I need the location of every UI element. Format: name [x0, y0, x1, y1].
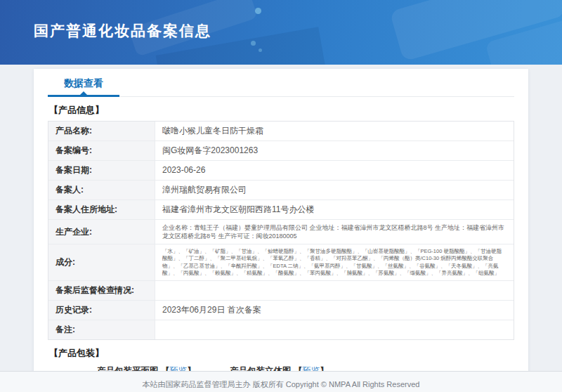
table-row: 备案人: 漳州瑞航贸易有限公司 — [48, 181, 514, 200]
page-title: 国产普通化妆品备案信息 — [34, 21, 211, 41]
main-card: 数据查看 【产品信息】 产品名称: 啵噜小猴儿童冬日防干燥霜 备案编号: 闽G妆… — [34, 69, 528, 392]
row-label-filer: 备案人: — [48, 181, 155, 200]
header-decor-dot — [251, 41, 256, 46]
section-product-info: 【产品信息】 — [49, 104, 514, 117]
tab-bar: 数据查看 — [48, 69, 514, 97]
table-row: 备案日期: 2023-06-26 — [48, 161, 514, 181]
header-decor-dot — [259, 48, 262, 52]
row-label-product-name: 产品名称: — [48, 122, 155, 141]
row-label-filing-date: 备案日期: — [48, 161, 155, 180]
page: 国产普通化妆品备案信息 数据查看 【产品信息】 产品名称: 啵噜小猴儿童冬日防干… — [0, 0, 562, 392]
table-row: 备案人住所地址: 福建省漳州市龙文区朝阳西路11号办公楼 — [48, 200, 514, 220]
row-value-supervision — [155, 281, 514, 300]
header-decor-band — [485, 15, 562, 65]
table-row: 成分: 「水」、「矿油」、「矿脂」、「甘油」、「鲸蜡硬脂醇」、「聚甘油多硬脂酸酯… — [48, 244, 514, 281]
row-value-filer: 漳州瑞航贸易有限公司 — [155, 181, 514, 200]
content-area: 数据查看 【产品信息】 产品名称: 啵噜小猴儿童冬日防干燥霜 备案编号: 闽G妆… — [0, 69, 562, 392]
table-row: 备案编号: 闽G妆网备字2023001263 — [48, 141, 514, 161]
row-label-filing-number: 备案编号: — [48, 141, 155, 160]
header-decor-band — [389, 0, 562, 62]
header-decor-dot — [255, 8, 261, 14]
row-label-ingredients: 成分: — [48, 244, 155, 280]
page-footer: 本站由国家药品监督管理局主办 版权所有 Copyright © NMPA All… — [0, 371, 562, 392]
row-value-manufacturer: 企业名称：青蛙王子（福建）婴童护理用品有限公司 企业地址：福建省漳州市龙文区梧桥… — [155, 220, 514, 244]
tab-active-underline — [48, 95, 119, 97]
row-value-ingredients: 「水」、「矿油」、「矿脂」、「甘油」、「鲸蜡硬脂醇」、「聚甘油多硬脂酸酯」、「山… — [155, 244, 514, 280]
copyright-text: 本站由国家药品监督管理局主办 版权所有 Copyright © NMPA All… — [143, 380, 420, 388]
row-label-remarks: 备注: — [48, 320, 155, 339]
table-row: 备注: — [48, 320, 514, 339]
row-label-manufacturer: 生产企业: — [48, 220, 155, 244]
row-label-supervision: 备案后监督检查情况: — [48, 281, 155, 300]
tab-active-arrow-icon — [80, 91, 87, 95]
table-row: 备案后监督检查情况: — [48, 281, 514, 301]
row-label-filer-address: 备案人住所地址: — [48, 200, 155, 219]
row-value-filing-number: 闽G妆网备字2023001263 — [155, 141, 514, 160]
info-table: 产品名称: 啵噜小猴儿童冬日防干燥霜 备案编号: 闽G妆网备字202300126… — [48, 121, 514, 340]
table-row: 历史记录: 2023年06月29日 首次备案 — [48, 301, 514, 320]
row-value-product-name: 啵噜小猴儿童冬日防干燥霜 — [155, 122, 514, 141]
table-row: 生产企业: 企业名称：青蛙王子（福建）婴童护理用品有限公司 企业地址：福建省漳州… — [48, 220, 514, 244]
page-header: 国产普通化妆品备案信息 — [0, 0, 562, 65]
row-value-filing-date: 2023-06-26 — [155, 161, 514, 180]
row-value-remarks — [155, 320, 514, 339]
row-label-history: 历史记录: — [48, 301, 155, 320]
tab-data-view-label: 数据查看 — [64, 77, 103, 89]
row-value-history: 2023年06月29日 首次备案 — [155, 301, 514, 320]
row-value-filer-address: 福建省漳州市龙文区朝阳西路11号办公楼 — [155, 200, 514, 219]
tab-data-view[interactable]: 数据查看 — [48, 77, 119, 96]
section-packaging: 【产品包装】 — [49, 347, 514, 360]
table-row: 产品名称: 啵噜小猴儿童冬日防干燥霜 — [48, 122, 514, 141]
